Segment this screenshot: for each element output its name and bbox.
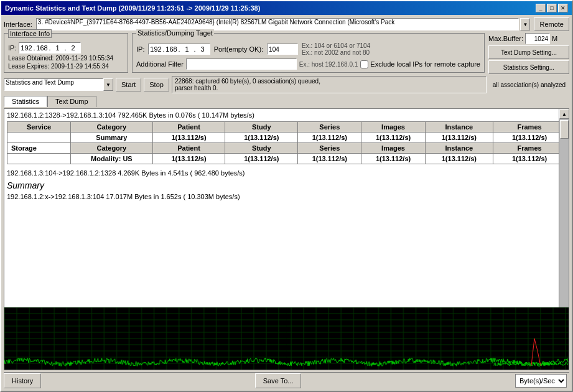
interface-row: Interface: 3. #Device#NPF_{39771E64-8768… bbox=[4, 17, 569, 31]
exclude-checkbox-row: Exclude local IPs for remote capture bbox=[360, 60, 480, 68]
interface-info-group: Interface Info IP: . . . bbox=[4, 33, 128, 73]
lease-obtained: Lease Obtained: 2009-11-29 10:55:34 bbox=[8, 55, 124, 62]
minimize-button[interactable]: _ bbox=[536, 4, 546, 12]
main-content-area: 192.168.1.2:1328->192.168.1.3:104 792.46… bbox=[4, 108, 569, 370]
ip-seg-2[interactable] bbox=[35, 44, 49, 52]
port-input[interactable] bbox=[267, 44, 298, 55]
cell-patient: 1(13.112/s) bbox=[152, 154, 225, 164]
history-button[interactable]: History bbox=[4, 373, 41, 388]
filter-row: Additional Filter Ex.: host 192.168.0.1 … bbox=[136, 58, 480, 70]
summary-label: Summary bbox=[7, 180, 566, 190]
status-right: all association(s) analyzed bbox=[489, 82, 569, 88]
exclude-label: Exclude local IPs for remote capture bbox=[370, 60, 480, 68]
cell-series: 1(13.112/s) bbox=[298, 154, 361, 164]
interface-dropdown-arrow[interactable]: ▼ bbox=[520, 18, 530, 30]
stats-ip-display: . . . bbox=[148, 44, 210, 55]
connection1-text: 192.168.1.2:1328->192.168.1.3:104 792.46… bbox=[7, 111, 254, 119]
title-bar: Dynamic Statistics and Text Dump (2009/1… bbox=[1, 1, 572, 15]
col-frames: Frames bbox=[493, 122, 566, 133]
close-button[interactable]: ✕ bbox=[558, 4, 568, 12]
right-panel: Max.Buffer: M Text Dump Setting... Stati… bbox=[488, 33, 569, 74]
stop-button[interactable]: Stop bbox=[144, 78, 169, 91]
stats-ip-row: IP: . . . Port(empty OK): bbox=[136, 42, 480, 56]
ip-seg-3[interactable] bbox=[51, 44, 65, 52]
cell-category: Modality: US bbox=[71, 154, 152, 164]
cell-service bbox=[7, 133, 71, 143]
tab-text-dump[interactable]: Text Dump bbox=[47, 96, 96, 107]
stats-group-legend: Statistics/Dumping Taget bbox=[136, 29, 214, 37]
filter-input[interactable] bbox=[186, 58, 297, 70]
stats-ip-seg-1[interactable] bbox=[149, 45, 162, 53]
stats-content: 192.168.1.2:1328->192.168.1.3:104 792.46… bbox=[4, 109, 569, 307]
table-row: Storage Category Patient Study Series Im… bbox=[7, 143, 566, 154]
start-button[interactable]: Start bbox=[116, 78, 141, 91]
stats-ip-seg-2[interactable] bbox=[165, 45, 179, 53]
lease-expires: Lease Expires: 2009-11-29 14:55:34 bbox=[8, 63, 124, 70]
graph-canvas bbox=[4, 307, 569, 370]
graph-area bbox=[4, 307, 569, 370]
capture-mode-input[interactable]: Statistics and Text Dump bbox=[4, 78, 103, 91]
window-title: Dynamic Statistics and Text Dump (2009/1… bbox=[5, 4, 260, 12]
max-buffer-label: Max.Buffer: bbox=[488, 35, 523, 42]
cell-series: Series bbox=[298, 143, 361, 154]
main-window: Dynamic Statistics and Text Dump (2009/1… bbox=[0, 0, 573, 392]
col-instance: Instance bbox=[425, 122, 493, 133]
groups-row: Interface Info IP: . . . bbox=[4, 33, 569, 74]
cell-category: Category bbox=[71, 143, 152, 154]
stats-ip-seg-3[interactable] bbox=[180, 45, 194, 53]
exclude-checkbox[interactable] bbox=[360, 60, 368, 68]
ip-display: . . . bbox=[19, 42, 80, 54]
cell-service bbox=[7, 154, 71, 164]
cell-study: 1(13.112/s) bbox=[225, 133, 298, 143]
statistics-settings-button[interactable]: Statistics Setting... bbox=[488, 60, 569, 74]
interface-label: Interface: bbox=[4, 21, 32, 28]
filter-example: Ex.: host 192.168.0.1 bbox=[299, 61, 358, 68]
cell-frames: Frames bbox=[493, 143, 566, 154]
text-dump-settings-button[interactable]: Text Dump Setting... bbox=[488, 45, 569, 59]
ip-seg-1[interactable] bbox=[19, 44, 33, 52]
stats-table-1: Service Category Patient Study Series Im… bbox=[7, 121, 566, 164]
col-category: Category bbox=[71, 122, 152, 133]
cell-series: 1(13.112/s) bbox=[298, 133, 361, 143]
interface-info-content: IP: . . . Lease Obtained: 2009-11-29 10:… bbox=[8, 42, 124, 70]
save-to-button[interactable]: Save To... bbox=[255, 373, 302, 388]
connection3-text: 192.168.1.2:x->192.168.1.3:104 17.017M B… bbox=[7, 193, 240, 200]
interface-input[interactable]: 3. #Device#NPF_{39771E64-8768-4497-BB56-… bbox=[36, 18, 519, 30]
col-patient: Patient bbox=[152, 122, 225, 133]
status-line1: 22868: captured 60 byte(s), 0 associatio… bbox=[175, 78, 483, 85]
example1: Ex.: 104 or 6104 or 7104 bbox=[302, 42, 370, 49]
ip-row: IP: . . . bbox=[8, 42, 124, 54]
ip-label: IP: bbox=[8, 44, 16, 52]
connection1-header: 192.168.1.2:1328->192.168.1.3:104 792.46… bbox=[7, 111, 566, 119]
table-row: Summary 1(13.112/s) 1(13.112/s) 1(13.112… bbox=[7, 133, 566, 143]
stats-ip-seg-4[interactable] bbox=[196, 45, 210, 53]
cell-study: 1(13.112/s) bbox=[225, 154, 298, 164]
window-controls: _ □ ✕ bbox=[536, 4, 568, 12]
unit-select[interactable]: Byte(s)/Sec bbox=[515, 374, 567, 388]
max-buffer-input[interactable] bbox=[525, 33, 550, 44]
ip-seg-4[interactable] bbox=[67, 44, 80, 52]
filter-label: Additional Filter bbox=[136, 60, 184, 68]
capture-combo: Statistics and Text Dump ▼ bbox=[4, 78, 113, 91]
stats-ip-label: IP: bbox=[136, 45, 144, 53]
tab-statistics[interactable]: Statistics bbox=[4, 96, 47, 107]
scroll-up-btn[interactable]: ▲ bbox=[559, 109, 569, 119]
capture-mode-arrow[interactable]: ▼ bbox=[103, 78, 113, 91]
remote-button[interactable]: Remote bbox=[534, 17, 569, 31]
col-images: Images bbox=[361, 122, 425, 133]
col-study: Study bbox=[225, 122, 298, 133]
cell-service: Storage bbox=[7, 143, 71, 154]
cell-images: Images bbox=[361, 143, 425, 154]
table-row: Modality: US 1(13.112/s) 1(13.112/s) 1(1… bbox=[7, 154, 566, 164]
cell-instance: 1(13.112/s) bbox=[425, 154, 493, 164]
table-row: Service Category Patient Study Series Im… bbox=[7, 122, 566, 133]
window-content: Interface: 3. #Device#NPF_{39771E64-8768… bbox=[1, 15, 572, 391]
action-row: Statistics and Text Dump ▼ Start Stop 22… bbox=[4, 76, 569, 93]
scroll-thumb[interactable] bbox=[560, 120, 569, 139]
col-series: Series bbox=[298, 122, 361, 133]
max-buffer-row: Max.Buffer: M bbox=[488, 33, 569, 44]
col-service: Service bbox=[7, 122, 71, 133]
tabs-bar: Statistics Text Dump bbox=[4, 95, 569, 106]
cell-images: 1(13.112/s) bbox=[361, 133, 425, 143]
maximize-button[interactable]: □ bbox=[547, 4, 557, 12]
